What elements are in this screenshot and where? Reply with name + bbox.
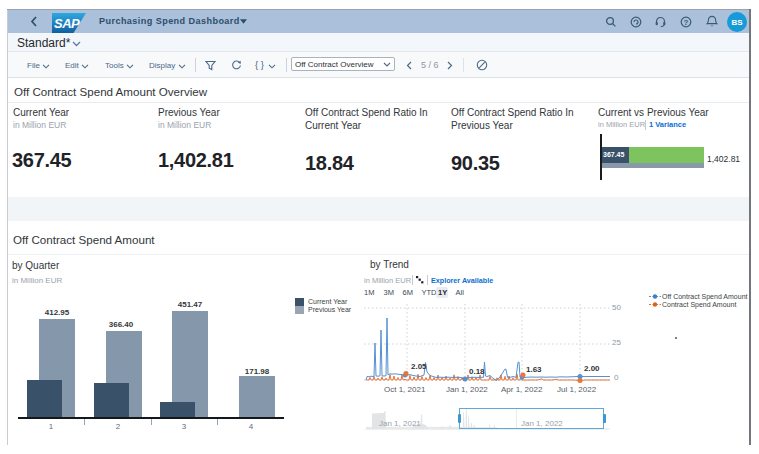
svg-text:?: ?: [684, 18, 689, 27]
svg-text:SAP: SAP: [54, 16, 80, 31]
